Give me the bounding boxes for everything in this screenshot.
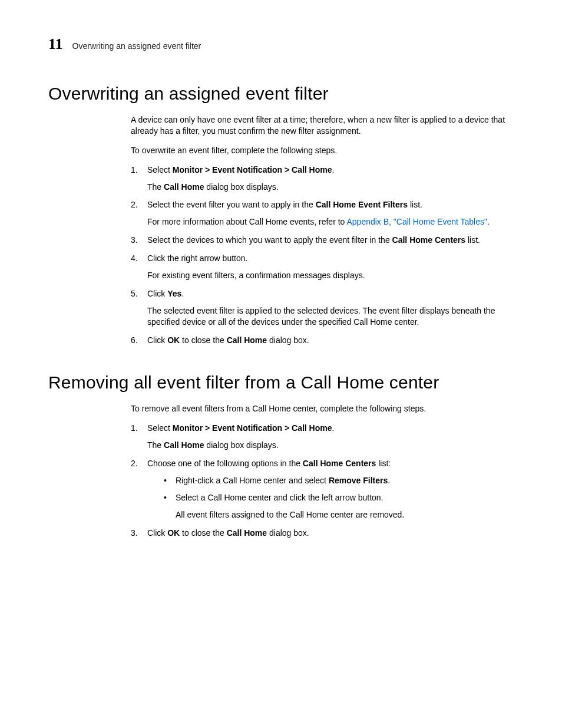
ui-term: Call Home [227,528,267,538]
step-info: For more information about Call Home eve… [147,217,346,226]
procedure-step: Select Monitor > Event Notification > Ca… [131,423,515,451]
page: 11 Overwriting an assigned event filter … [0,0,562,581]
step-text: . [181,289,184,298]
step-text: . [332,423,335,433]
step-text: list: [376,459,391,468]
ui-term: Call Home Centers [303,459,376,468]
option-text: . [388,476,390,485]
ui-term: Call Home [164,440,204,450]
ui-term: Call Home [164,182,204,192]
step-info: . [487,217,490,226]
step-text: dialog box. [267,335,309,345]
section2-body: To remove all event filters from a Call … [131,403,515,538]
ui-term: Call Home Event Filters [316,200,408,209]
menu-path: Monitor > Event Notification > Call Home [173,165,332,174]
step-text: Select [147,423,173,433]
step-result: The selected event filter is applied to … [147,305,515,328]
list-item: Right-click a Call Home center and selec… [164,475,515,486]
cross-reference-link[interactable]: Appendix B, "Call Home Event Tables" [346,217,487,226]
step-text: to close the [180,335,226,345]
section1-body: A device can only have one event filter … [131,114,515,345]
step-text: Select the devices to which you want to … [147,235,392,245]
ui-term: OK [167,335,180,345]
option-text: Select a Call Home center and click the … [176,492,515,503]
ui-term: Call Home [227,335,267,345]
intro-paragraph: A device can only have one event filter … [131,114,515,137]
option-text: Right-click a Call Home center and selec… [176,476,329,485]
step-text: Click [147,528,167,538]
section-heading-overwriting: Overwriting an assigned event filter [48,84,521,104]
procedure-list: Select Monitor > Event Notification > Ca… [131,423,515,538]
step-text: list. [465,235,480,245]
ui-term: Remove Filters [329,476,388,485]
step-result: The [147,182,164,192]
menu-path: Monitor > Event Notification > Call Home [173,423,332,433]
step-text: Click [147,335,167,345]
step-result: For existing event filters, a confirmati… [147,270,515,281]
intro-paragraph: To remove all event filters from a Call … [131,403,515,414]
step-text: Select [147,165,173,174]
step-text: Click the right arrow button. [147,253,515,264]
procedure-step: Click OK to close the Call Home dialog b… [131,528,515,539]
procedure-step: Select Monitor > Event Notification > Ca… [131,164,515,193]
running-header: 11 Overwriting an assigned event filter [48,35,521,53]
ui-term: OK [167,528,180,538]
ui-term: Call Home Centers [392,235,465,245]
ui-term: Yes [167,289,181,298]
step-result: dialog box displays. [204,182,278,192]
section-heading-removing: Removing all event filter from a Call Ho… [48,373,521,393]
option-list: Right-click a Call Home center and selec… [164,475,515,521]
step-result: The [147,440,164,450]
chapter-number: 11 [48,35,63,53]
list-item: Select a Call Home center and click the … [164,492,515,521]
step-result: dialog box displays. [204,440,278,450]
procedure-list: Select Monitor > Event Notification > Ca… [131,164,515,346]
procedure-step: Choose one of the following options in t… [131,458,515,521]
step-result: All event filters assigned to the Call H… [176,509,515,521]
procedure-step: Select the event filter you want to appl… [131,199,515,228]
procedure-step: Click Yes. The selected event filter is … [131,288,515,328]
procedure-step: Select the devices to which you want to … [131,235,515,246]
step-text: dialog box. [267,528,309,538]
step-text: Click [147,289,167,298]
running-title: Overwriting an assigned event filter [72,41,201,51]
procedure-step: Click OK to close the Call Home dialog b… [131,335,515,346]
step-text: Choose one of the following options in t… [147,459,303,468]
procedure-step: Click the right arrow button. For existi… [131,253,515,281]
step-text: to close the [180,528,226,538]
intro-paragraph: To overwrite an event filter, complete t… [131,145,515,156]
step-text: list. [408,200,422,209]
step-text: . [332,165,335,174]
step-text: Select the event filter you want to appl… [147,200,316,209]
